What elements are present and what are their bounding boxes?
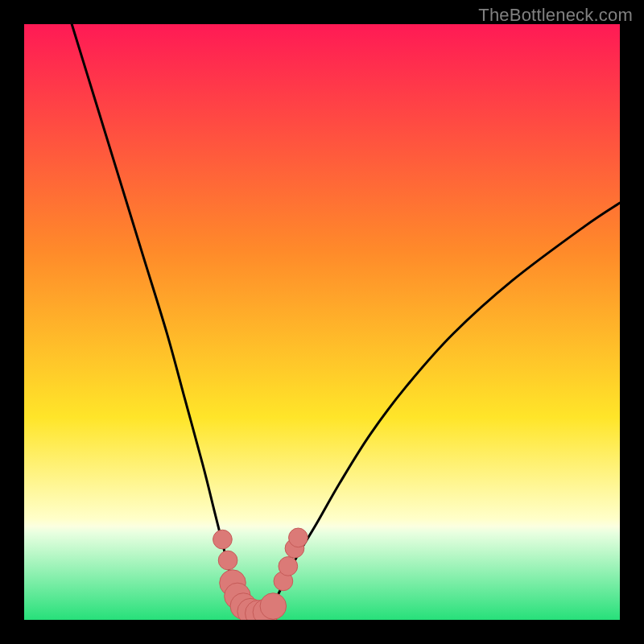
data-marker — [260, 593, 287, 620]
data-marker — [218, 551, 237, 570]
plot-area — [24, 24, 620, 620]
watermark-text: TheBottleneck.com — [478, 5, 633, 26]
data-marker — [289, 528, 308, 547]
chart-svg — [24, 24, 620, 620]
bottleneck-curve — [72, 24, 620, 614]
stage: TheBottleneck.com — [0, 0, 644, 644]
data-marker — [213, 530, 233, 549]
data-marker — [279, 557, 298, 576]
